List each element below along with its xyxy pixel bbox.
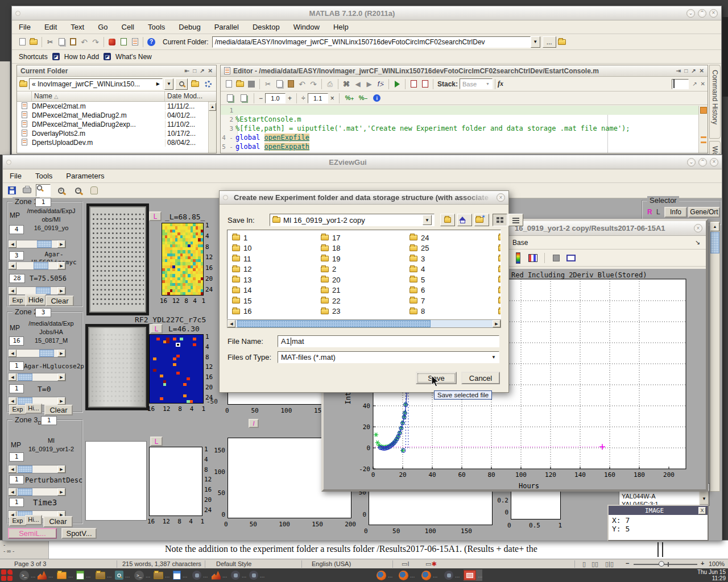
close-icon[interactable]: × bbox=[694, 224, 702, 232]
profiler-icon[interactable] bbox=[130, 38, 140, 47]
taskbar-item-app[interactable]: ... bbox=[444, 569, 460, 581]
dialog-folder-item[interactable]: 23 bbox=[316, 306, 405, 317]
taskbar-item-folder-brown[interactable]: ... bbox=[96, 569, 111, 581]
close-panel-icon[interactable]: ✕ bbox=[700, 68, 704, 74]
dialog-folder-item[interactable] bbox=[494, 296, 501, 306]
new-folder-icon[interactable]: ✶ bbox=[474, 214, 489, 226]
colorbar-icon[interactable] bbox=[513, 253, 523, 263]
new-icon[interactable] bbox=[224, 80, 234, 89]
zone1-media-field[interactable]: 3 bbox=[9, 251, 24, 260]
undo-icon[interactable]: ↶ bbox=[297, 80, 307, 89]
folder-scrollbar[interactable]: ▲ bbox=[208, 102, 216, 153]
dialog-folder-item[interactable]: 5 bbox=[405, 275, 494, 285]
file-name-input[interactable]: A1mat bbox=[278, 335, 499, 347]
help-icon[interactable]: ? bbox=[146, 38, 156, 47]
increase-icon[interactable]: + bbox=[288, 94, 292, 102]
zoom-in-icon[interactable]: + bbox=[701, 560, 704, 567]
print-icon[interactable] bbox=[22, 186, 32, 195]
selector-l-button[interactable]: L bbox=[656, 208, 660, 216]
image-panel-titlebar[interactable]: IMAGE X bbox=[609, 506, 708, 515]
folder-list[interactable]: 1101112131415161718192202122232425345678 bbox=[227, 230, 501, 319]
taskbar-item-firefox[interactable]: ... bbox=[421, 569, 437, 581]
taskbar-item-firefox[interactable]: ... bbox=[399, 569, 415, 581]
file-row[interactable]: DMPexcel2mat.m11/11/2... bbox=[17, 102, 208, 111]
zone2-l-button[interactable]: L bbox=[150, 324, 163, 334]
zoom-in-icon[interactable]: + bbox=[55, 185, 67, 196]
dock-icon[interactable]: ⇤ bbox=[185, 68, 189, 74]
copy-icon[interactable] bbox=[274, 80, 284, 89]
zone1-slider-2[interactable]: ◀▶ bbox=[8, 261, 66, 270]
forward-icon[interactable]: ▶ bbox=[364, 80, 374, 89]
taskbar-item-app[interactable]: ... bbox=[231, 569, 246, 581]
paste-icon[interactable] bbox=[286, 80, 296, 89]
zone3-exp-button[interactable]: Exp bbox=[9, 516, 26, 526]
resize-corner-icon[interactable]: ↘ bbox=[695, 239, 700, 246]
single-page-view-icon[interactable]: ▯ bbox=[582, 560, 586, 568]
minimize-icon[interactable]: ⌄ bbox=[686, 9, 695, 18]
zone2-exp-button[interactable]: Exp bbox=[9, 405, 26, 415]
col-name[interactable]: Name △ bbox=[32, 92, 165, 101]
zoom-percent[interactable]: 100% bbox=[709, 560, 725, 567]
percent-remove-icon[interactable]: %₋ bbox=[358, 94, 369, 103]
selector-info-button[interactable]: Info bbox=[664, 207, 687, 218]
fx-icon[interactable]: fx bbox=[498, 80, 503, 88]
taskbar-item-search[interactable]: ... bbox=[115, 569, 130, 581]
undock-icon[interactable]: ↗ bbox=[691, 68, 696, 74]
address-dropdown-icon[interactable]: ▼ bbox=[164, 78, 173, 90]
file-row[interactable]: DMPexcel2mat_MediaDrug2.m04/01/2... bbox=[17, 111, 208, 120]
close-panel-icon[interactable]: ✕ bbox=[208, 68, 213, 74]
zoom-out-field[interactable]: 1.0 bbox=[265, 93, 286, 103]
dialog-folder-item[interactable]: 14 bbox=[228, 285, 316, 296]
stack-dropdown[interactable]: Base▼ bbox=[460, 78, 493, 89]
taskbar-item-matlab[interactable]: ... bbox=[212, 569, 227, 581]
maximize-panel-icon[interactable]: □ bbox=[193, 68, 196, 74]
zone2-media-field[interactable]: 1 bbox=[9, 361, 24, 371]
tab-command-history[interactable]: Command History bbox=[709, 65, 721, 139]
dialog-folder-item[interactable]: 2 bbox=[316, 264, 405, 275]
zone3-plate-plot[interactable] bbox=[85, 441, 147, 521]
dialog-folder-item[interactable] bbox=[494, 275, 501, 285]
zone2-slider-1[interactable]: ◀▶ bbox=[8, 349, 66, 357]
dialog-folder-item[interactable]: 16 bbox=[228, 306, 316, 317]
window-menu-icon[interactable] bbox=[6, 160, 11, 165]
list-view-icon[interactable] bbox=[508, 214, 523, 226]
zone1-l-button[interactable]: L bbox=[149, 211, 162, 221]
gray-box-icon[interactable] bbox=[551, 253, 561, 263]
minimize-icon[interactable]: ⌄ bbox=[687, 158, 696, 167]
taskbar-item-folder-brown[interactable]: ... bbox=[154, 569, 169, 581]
decrease-icon[interactable]: − bbox=[259, 94, 263, 102]
matlab-menu-edit[interactable]: Edit bbox=[44, 23, 57, 31]
ezview-menu-file[interactable]: File bbox=[10, 172, 22, 180]
page-style[interactable]: Default Style bbox=[216, 560, 251, 567]
code-area[interactable]: 12%EstartConsole.m3%[file,path] = uiputf… bbox=[221, 106, 698, 153]
zone3-pert-field[interactable]: 1 bbox=[9, 475, 24, 484]
zone1-heatmap[interactable] bbox=[162, 223, 204, 296]
writer-document[interactable]: -- ∞ - Note the addition to the experime… bbox=[0, 540, 728, 559]
zone2-time-field[interactable]: 1 bbox=[9, 384, 24, 393]
close-icon[interactable]: × bbox=[709, 9, 718, 18]
find-icon[interactable]: ⌘ bbox=[341, 80, 351, 89]
taskbar-item-folder-orange[interactable]: ... bbox=[57, 569, 73, 581]
matlab-menu-tools[interactable]: Tools bbox=[148, 23, 165, 31]
tab-workspace[interactable]: Worksp bbox=[709, 141, 721, 155]
up-one-level-icon[interactable] bbox=[440, 214, 455, 226]
dialog-folder-item[interactable]: 12 bbox=[228, 264, 316, 275]
maximize-icon[interactable]: ⌃ bbox=[698, 9, 706, 18]
zone2-clear-button[interactable]: Clear bbox=[44, 405, 73, 415]
dock-icon[interactable]: ⇥ bbox=[676, 68, 681, 74]
matlab-menu-cell[interactable]: Cell bbox=[122, 23, 134, 31]
zone2-slider-2[interactable]: ◀▶ bbox=[8, 373, 66, 381]
matlab-titlebar[interactable]: MATLAB 7.12.0 (R2011a) ⌄ ⌃ × bbox=[12, 6, 721, 20]
spotview-button[interactable]: SpotV... bbox=[61, 528, 97, 539]
taskbar-item-logo[interactable] bbox=[1, 569, 13, 581]
maximize-panel-icon[interactable]: □ bbox=[684, 68, 688, 74]
zone3-mp-field[interactable]: 1 bbox=[9, 452, 24, 462]
run-icon[interactable] bbox=[392, 80, 402, 89]
legend-icon[interactable] bbox=[528, 253, 538, 263]
next-cell-icon[interactable] bbox=[238, 94, 249, 103]
taskbar-item-calc[interactable]: ... bbox=[76, 569, 90, 581]
zone1-hide-button[interactable]: Hide bbox=[25, 294, 47, 306]
matlab-menu-file[interactable]: File bbox=[19, 23, 31, 31]
redo-icon[interactable]: ↷ bbox=[90, 38, 101, 47]
ezview-menu-tools[interactable]: Tools bbox=[35, 172, 52, 180]
